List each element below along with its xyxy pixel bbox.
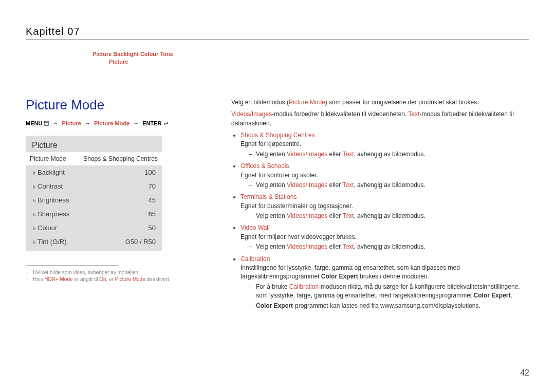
body-text: .: [511, 292, 512, 299]
enter-icon: [163, 121, 169, 126]
body-text: eller: [327, 212, 342, 219]
chapter-divider: [26, 40, 529, 40]
body-text: eller: [327, 243, 342, 250]
footnote-divider: [26, 265, 118, 266]
osd-item-label: Contrast: [38, 182, 63, 190]
path-step2: Picture Mode: [94, 120, 130, 126]
body-text: , avhengig av bildemodus.: [354, 212, 425, 219]
slider-icon: h: [33, 198, 35, 203]
sub-list-item: Velg enten Videos/Images eller Text, avh…: [256, 242, 529, 251]
osd-item: hSharpness 65: [26, 207, 162, 221]
body-hl: Videos/Images: [287, 181, 327, 189]
body-text: , avhengig av bildemodus.: [354, 181, 425, 189]
body-text: brukes i denne modusen.: [358, 273, 429, 280]
chapter-brand: Kapittel 07: [26, 26, 529, 38]
body-text: , avhengig av bildemodus.: [354, 151, 425, 158]
osd-item: hTint (G/R) G50 / R50: [26, 235, 162, 249]
osd-item-label: Brightness: [38, 196, 69, 204]
body-text: -modus forbedrer bildekvaliteten til vid…: [272, 110, 408, 118]
slider-icon: h: [33, 226, 35, 231]
footnote-1: Hvilket bilde som vises, avhenger av mod…: [26, 270, 216, 275]
svg-rect-0: [44, 121, 48, 125]
footnote-hl: HDR+ Mode: [44, 276, 72, 282]
body-bold: Color Expert: [256, 302, 293, 309]
header-functions: Picture Backlight Colour Tone Picture: [92, 50, 529, 66]
bullet-title: Shops & Shopping Centres: [240, 132, 315, 139]
bullet-title: Video Wall: [240, 224, 270, 231]
sub-list-item: Velg enten Videos/Images eller Text, avh…: [256, 212, 529, 220]
body-text: Velg enten: [256, 212, 287, 219]
body-text: Velg enten: [256, 181, 287, 189]
arrow-icon: →: [85, 120, 90, 126]
menu-icon: [44, 121, 49, 126]
list-item: Offices & Schools Egnet for kontorer og …: [240, 162, 529, 190]
bullet-title: Offices & Schools: [240, 162, 289, 170]
body-hl: Videos/Images: [231, 110, 272, 118]
footnote-2: Hvis HDR+ Mode er angitt til On, er Pict…: [26, 276, 216, 282]
body-hl: Videos/Images: [287, 151, 327, 158]
slider-icon: h: [33, 184, 35, 190]
body-content: Velg en bildemodus (Picture Mode) som pa…: [231, 97, 529, 313]
body-bold: Color Expert: [321, 273, 358, 280]
body-hl: Calibration: [289, 283, 319, 290]
menu-path: MENU → Picture → Picture Mode → ENTER: [26, 120, 216, 126]
bullet-desc: Egnet for bussterminaler og togstasjoner…: [240, 202, 353, 210]
sub-list-item: Color Expert-programmet kan lastes ned f…: [256, 302, 529, 310]
footnote-hl: On: [99, 276, 106, 282]
osd-mode-value: Shops & Shopping Centres: [83, 155, 158, 162]
sub-list-item: Velg enten Videos/Images eller Text, avh…: [256, 181, 529, 190]
sub-list-item: For å bruke Calibration-modusen riktig, …: [256, 283, 529, 301]
footnote-hl: Picture Mode: [115, 276, 145, 282]
path-step1: Picture: [62, 120, 81, 126]
bullet-title: Calibration: [240, 255, 270, 263]
osd-item: hContrast 70: [26, 179, 162, 193]
slider-icon: h: [33, 212, 35, 217]
osd-item: hBrightness 45: [26, 193, 162, 207]
osd-item-label: Sharpness: [38, 210, 69, 218]
osd-panel: Picture Picture Mode Shops & Shopping Ce…: [26, 136, 162, 251]
bullet-desc: Egnet for miljøer hvor videovegger bruke…: [240, 233, 357, 240]
body-text: For å bruke: [256, 283, 289, 290]
osd-item-label: Tint (G/R): [38, 238, 67, 246]
osd-item: hColour 50: [26, 221, 162, 235]
osd-item-value: 50: [149, 224, 156, 232]
bullet-desc: Egnet for kjøpesentre.: [240, 140, 301, 147]
osd-item-value: 100: [144, 169, 156, 176]
osd-item-value: G50 / R50: [125, 238, 156, 246]
body-text: Velg enten: [256, 151, 287, 158]
paragraph: Velg en bildemodus (Picture Mode) som pa…: [231, 98, 529, 107]
osd-item: hBacklight 100: [26, 165, 162, 179]
body-hl: Videos/Images: [287, 212, 327, 219]
footnote-text: Hvis: [33, 276, 44, 282]
body-text: eller: [327, 181, 342, 189]
body-hl: Text: [342, 151, 354, 158]
body-text: , avhengig av bildemodus.: [354, 243, 425, 250]
body-hl: Videos/Images: [287, 243, 327, 250]
osd-title: Picture: [26, 136, 162, 152]
body-hl: Text: [342, 243, 354, 250]
list-item: Terminals & Stations Egnet for busstermi…: [240, 193, 529, 220]
osd-mode-label: Picture Mode: [30, 155, 66, 162]
list-item: Calibration Innstillingene for lysstyrke…: [240, 255, 529, 310]
footnote-text: er angitt til: [73, 276, 100, 282]
body-text: eller: [327, 151, 342, 158]
header-line1: Picture Backlight Colour Tone: [92, 51, 173, 57]
sub-list-item: Velg enten Videos/Images eller Text, avh…: [256, 150, 529, 159]
list-item: Video Wall Egnet for miljøer hvor videov…: [240, 223, 529, 251]
section-title: Picture Mode: [26, 97, 216, 113]
page-number: 42: [520, 368, 529, 378]
body-text: -programmet kan lastes ned fra www.samsu…: [293, 302, 480, 309]
slider-icon: h: [33, 240, 35, 245]
menu-label: MENU: [26, 120, 42, 126]
body-hl: Text: [342, 181, 354, 189]
body-text: Velg en bildemodus (: [231, 99, 289, 106]
bullet-title: Terminals & Stations: [240, 193, 297, 200]
bullet-desc: Egnet for kontorer og skoler.: [240, 172, 318, 179]
body-hl: Text: [342, 212, 354, 219]
osd-item-value: 45: [149, 196, 156, 204]
enter-label: ENTER: [142, 120, 161, 126]
osd-item-value: 70: [149, 182, 156, 190]
body-hl: Picture Mode: [289, 99, 325, 106]
osd-mode-row: Picture Mode Shops & Shopping Centres: [26, 152, 162, 165]
body-text: ) som passer for omgivelsene der produkt…: [325, 99, 479, 106]
